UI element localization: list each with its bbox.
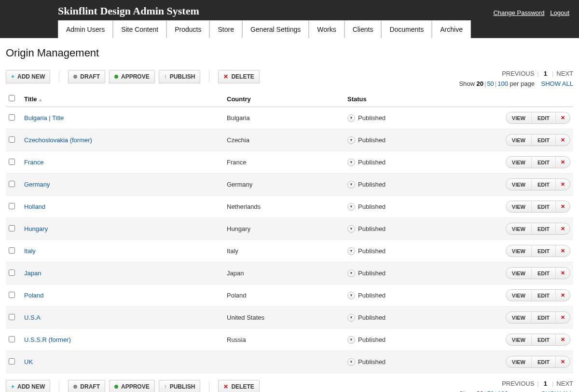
- delete-row-button[interactable]: ✕: [555, 312, 570, 323]
- title-link[interactable]: France: [24, 159, 43, 166]
- delete-row-button[interactable]: ✕: [555, 135, 570, 146]
- approve-button[interactable]: APPROVE: [109, 380, 155, 392]
- delete-row-button[interactable]: ✕: [555, 223, 570, 234]
- delete-row-button[interactable]: ✕: [555, 179, 570, 190]
- edit-button[interactable]: EDIT: [531, 224, 555, 234]
- view-button[interactable]: VIEW: [506, 246, 531, 257]
- title-link[interactable]: Germany: [24, 181, 50, 188]
- view-button[interactable]: VIEW: [506, 268, 531, 279]
- view-button[interactable]: VIEW: [506, 224, 531, 234]
- view-button[interactable]: VIEW: [506, 335, 531, 345]
- edit-button[interactable]: EDIT: [531, 246, 555, 257]
- nav-item[interactable]: Site Content: [113, 20, 166, 38]
- title-link[interactable]: U.S.A: [24, 314, 41, 321]
- draft-button[interactable]: DRAFT: [68, 380, 105, 392]
- publish-button[interactable]: ↑PUBLISH: [159, 70, 201, 83]
- logout-link[interactable]: Logout: [550, 9, 569, 16]
- nav-item[interactable]: Store: [209, 20, 242, 38]
- row-checkbox[interactable]: [9, 181, 15, 187]
- edit-button[interactable]: EDIT: [531, 202, 555, 212]
- per-page-100[interactable]: 100: [497, 80, 508, 87]
- delete-row-button[interactable]: ✕: [555, 112, 570, 123]
- previous-link[interactable]: PREVIOUS: [502, 380, 534, 387]
- status-dropdown-icon[interactable]: ▼: [347, 358, 355, 366]
- view-button[interactable]: VIEW: [506, 357, 531, 367]
- title-link[interactable]: Holland: [24, 203, 45, 210]
- previous-link[interactable]: PREVIOUS: [502, 70, 534, 77]
- status-dropdown-icon[interactable]: ▼: [347, 292, 355, 299]
- delete-row-button[interactable]: ✕: [555, 356, 570, 367]
- view-button[interactable]: VIEW: [506, 157, 531, 168]
- row-checkbox[interactable]: [9, 159, 15, 165]
- row-checkbox[interactable]: [9, 225, 15, 231]
- next-link[interactable]: NEXT: [556, 380, 573, 387]
- delete-button[interactable]: ✕DELETE: [218, 70, 259, 83]
- view-button[interactable]: VIEW: [506, 113, 531, 123]
- row-checkbox[interactable]: [9, 358, 15, 365]
- per-page-50[interactable]: 50: [487, 390, 494, 392]
- status-dropdown-icon[interactable]: ▼: [347, 247, 355, 255]
- row-checkbox[interactable]: [9, 270, 15, 276]
- delete-row-button[interactable]: ✕: [555, 245, 570, 257]
- title-link[interactable]: Italy: [24, 247, 36, 255]
- edit-button[interactable]: EDIT: [531, 312, 555, 323]
- publish-button[interactable]: ↑PUBLISH: [159, 380, 201, 392]
- title-link[interactable]: Poland: [24, 292, 43, 299]
- title-link[interactable]: Japan: [24, 270, 41, 277]
- row-checkbox[interactable]: [9, 247, 15, 254]
- status-dropdown-icon[interactable]: ▼: [347, 225, 355, 233]
- row-checkbox[interactable]: [9, 114, 15, 121]
- title-link[interactable]: Bulgaria | Title: [24, 114, 64, 122]
- status-dropdown-icon[interactable]: ▼: [347, 203, 355, 211]
- show-all-link[interactable]: SHOW ALL: [541, 80, 573, 87]
- delete-row-button[interactable]: ✕: [555, 201, 570, 212]
- edit-button[interactable]: EDIT: [531, 290, 555, 301]
- row-checkbox[interactable]: [9, 292, 15, 298]
- nav-item[interactable]: Admin Users: [58, 20, 113, 38]
- title-link[interactable]: U.S.S.R (former): [24, 336, 71, 343]
- status-dropdown-icon[interactable]: ▼: [347, 314, 355, 322]
- edit-button[interactable]: EDIT: [531, 268, 555, 279]
- next-link[interactable]: NEXT: [556, 70, 573, 77]
- edit-button[interactable]: EDIT: [531, 179, 555, 190]
- view-button[interactable]: VIEW: [506, 290, 531, 301]
- row-checkbox[interactable]: [9, 336, 15, 342]
- title-link[interactable]: UK: [24, 358, 33, 365]
- nav-item[interactable]: General Settings: [242, 20, 309, 38]
- delete-row-button[interactable]: ✕: [555, 268, 570, 279]
- status-dropdown-icon[interactable]: ▼: [347, 270, 355, 277]
- per-page-20[interactable]: 20: [477, 390, 483, 392]
- title-link[interactable]: Czechoslovakia (former): [24, 136, 92, 144]
- select-all-checkbox[interactable]: [9, 95, 15, 101]
- view-button[interactable]: VIEW: [506, 312, 531, 323]
- draft-button[interactable]: DRAFT: [68, 70, 105, 83]
- delete-row-button[interactable]: ✕: [555, 290, 570, 301]
- delete-row-button[interactable]: ✕: [555, 157, 570, 168]
- nav-item[interactable]: Documents: [381, 20, 432, 38]
- nav-item[interactable]: Products: [166, 20, 209, 38]
- per-page-50[interactable]: 50: [487, 80, 494, 87]
- nav-item[interactable]: Clients: [345, 20, 382, 38]
- status-dropdown-icon[interactable]: ▼: [347, 159, 355, 166]
- view-button[interactable]: VIEW: [506, 179, 531, 190]
- col-title[interactable]: Title: [21, 91, 224, 107]
- status-dropdown-icon[interactable]: ▼: [347, 114, 355, 122]
- col-status[interactable]: Status: [345, 91, 480, 107]
- status-dropdown-icon[interactable]: ▼: [347, 181, 355, 189]
- row-checkbox[interactable]: [9, 136, 15, 143]
- approve-button[interactable]: APPROVE: [109, 70, 155, 83]
- view-button[interactable]: VIEW: [506, 135, 531, 146]
- per-page-100[interactable]: 100: [497, 390, 508, 392]
- status-dropdown-icon[interactable]: ▼: [347, 136, 355, 144]
- col-country[interactable]: Country: [224, 91, 345, 107]
- status-dropdown-icon[interactable]: ▼: [347, 336, 355, 344]
- row-checkbox[interactable]: [9, 203, 15, 209]
- nav-item[interactable]: Works: [309, 20, 344, 38]
- add-new-button[interactable]: +ADD NEW: [6, 380, 50, 392]
- row-checkbox[interactable]: [9, 314, 15, 320]
- nav-item[interactable]: Archive: [432, 20, 471, 38]
- edit-button[interactable]: EDIT: [531, 335, 555, 345]
- view-button[interactable]: VIEW: [506, 202, 531, 212]
- delete-button[interactable]: ✕DELETE: [218, 380, 259, 392]
- change-password-link[interactable]: Change Password: [493, 9, 544, 16]
